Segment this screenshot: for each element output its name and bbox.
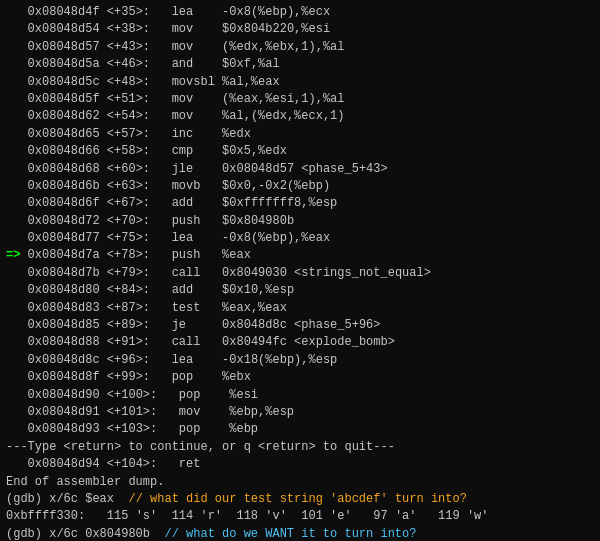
asm-line-24: 0x08048d91 <+101>: mov %ebp,%esp [6, 404, 594, 421]
asm-line-10: 0x08048d68 <+60>: jle 0x08048d57 <phase_… [6, 161, 594, 178]
asm-line-4: 0x08048d5a <+46>: and $0xf,%al [6, 56, 594, 73]
asm-line-19: 0x08048d85 <+89>: je 0x8048d8c <phase_5+… [6, 317, 594, 334]
asm-line-22: 0x08048d8f <+99>: pop %ebx [6, 369, 594, 386]
asm-line-8: 0x08048d65 <+57>: inc %edx [6, 126, 594, 143]
asm-line-7: 0x08048d62 <+54>: mov %al,(%edx,%ecx,1) [6, 108, 594, 125]
end-asm-line: End of assembler dump. [6, 474, 594, 491]
asm-line-20: 0x08048d88 <+91>: call 0x80494fc <explod… [6, 334, 594, 351]
asm-line-12: 0x08048d6f <+67>: add $0xfffffff8,%esp [6, 195, 594, 212]
asm-line-last: 0x08048d94 <+104>: ret [6, 456, 594, 473]
asm-line-23: 0x08048d90 <+100>: pop %esi [6, 387, 594, 404]
asm-line-21: 0x08048d8c <+96>: lea -0x18(%ebp),%esp [6, 352, 594, 369]
type-continue-line: ---Type <return> to continue, or q <retu… [6, 439, 594, 456]
asm-line-17: 0x08048d80 <+84>: add $0x10,%esp [6, 282, 594, 299]
hex-values-1: 0xbffff330: 115 's' 114 'r' 118 'v' 101 … [6, 508, 594, 525]
gdb-line-1: (gdb) x/6c $eax // what did our test str… [6, 491, 594, 508]
asm-line-11: 0x08048d6b <+63>: movb $0x0,-0x2(%ebp) [6, 178, 594, 195]
asm-line-16: 0x08048d7b <+79>: call 0x8049030 <string… [6, 265, 594, 282]
asm-line-13: 0x08048d72 <+70>: push $0x804980b [6, 213, 594, 230]
asm-line-current: => 0x08048d7a <+78>: push %eax [6, 247, 594, 264]
gdb-line-2: (gdb) x/6c 0x804980b // what do we WANT … [6, 526, 594, 541]
terminal-window: 0x08048d4f <+35>: lea -0x8(%ebp),%ecx 0x… [0, 0, 600, 541]
asm-line-9: 0x08048d66 <+58>: cmp $0x5,%edx [6, 143, 594, 160]
asm-line-6: 0x08048d5f <+51>: mov (%eax,%esi,1),%al [6, 91, 594, 108]
asm-line-3: 0x08048d57 <+43>: mov (%edx,%ebx,1),%al [6, 39, 594, 56]
asm-line-25: 0x08048d93 <+103>: pop %ebp [6, 421, 594, 438]
asm-line-14: 0x08048d77 <+75>: lea -0x8(%ebp),%eax [6, 230, 594, 247]
asm-line-2: 0x08048d54 <+38>: mov $0x804b220,%esi [6, 21, 594, 38]
asm-line-18: 0x08048d83 <+87>: test %eax,%eax [6, 300, 594, 317]
asm-line-5: 0x08048d5c <+48>: movsbl %al,%eax [6, 74, 594, 91]
asm-line-1: 0x08048d4f <+35>: lea -0x8(%ebp),%ecx [6, 4, 594, 21]
